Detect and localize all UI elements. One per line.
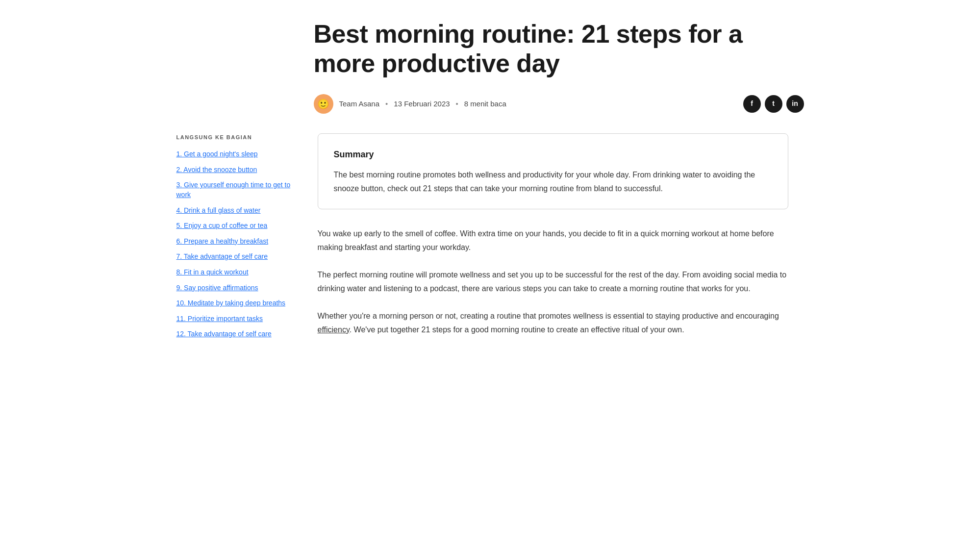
sidebar-link-9[interactable]: 9. Say positive affirmations [176, 283, 294, 293]
linkedin-share-button[interactable]: in [786, 95, 804, 113]
sidebar-item-12[interactable]: 12. Take advantage of self care [176, 329, 294, 339]
body-paragraph-1: You wake up early to the smell of coffee… [318, 227, 788, 254]
summary-title: Summary [334, 148, 772, 162]
summary-text: The best morning routine promotes both w… [334, 168, 772, 195]
sidebar-link-3[interactable]: 3. Give yourself enough time to get to w… [176, 180, 294, 199]
sidebar-item-2[interactable]: 2. Avoid the snooze button [176, 165, 294, 175]
sidebar-link-11[interactable]: 11. Prioritize important tasks [176, 314, 294, 324]
sidebar-item-10[interactable]: 10. Meditate by taking deep breaths [176, 299, 294, 308]
efficiency-link[interactable]: efficiency [318, 325, 350, 334]
sidebar-item-8[interactable]: 8. Fit in a quick workout [176, 268, 294, 277]
article-date: 13 Februari 2023 [394, 98, 450, 110]
author-avatar: 🙂 [314, 94, 333, 114]
author-name: Team Asana [339, 98, 380, 110]
sidebar-link-6[interactable]: 6. Prepare a healthy breakfast [176, 237, 294, 247]
social-share-group: f t in [743, 95, 804, 113]
sidebar-link-10[interactable]: 10. Meditate by taking deep breaths [176, 299, 294, 308]
sidebar-link-8[interactable]: 8. Fit in a quick workout [176, 268, 294, 277]
sidebar-label: LANGSUNG KE BAGIAN [176, 133, 294, 142]
main-content: Summary The best morning routine promote… [318, 133, 788, 350]
meta-separator-1: • [385, 98, 388, 110]
article-title: Best morning routine: 21 steps for a mor… [314, 20, 804, 78]
twitter-share-button[interactable]: t [765, 95, 782, 113]
sidebar-link-4[interactable]: 4. Drink a full glass of water [176, 206, 294, 216]
sidebar-nav: 1. Get a good night's sleep 2. Avoid the… [176, 149, 294, 339]
sidebar-item-1[interactable]: 1. Get a good night's sleep [176, 149, 294, 159]
twitter-icon: t [772, 98, 775, 109]
read-time: 8 menit baca [464, 98, 506, 110]
body-paragraph-2: The perfect morning routine will promote… [318, 268, 788, 296]
facebook-share-button[interactable]: f [743, 95, 761, 113]
sidebar-item-11[interactable]: 11. Prioritize important tasks [176, 314, 294, 324]
sidebar-link-5[interactable]: 5. Enjoy a cup of coffee or tea [176, 221, 294, 231]
linkedin-icon: in [792, 98, 798, 109]
sidebar-link-12[interactable]: 12. Take advantage of self care [176, 329, 294, 339]
meta-separator-2: • [456, 98, 458, 110]
sidebar-item-9[interactable]: 9. Say positive affirmations [176, 283, 294, 293]
avatar-emoji: 🙂 [317, 96, 329, 112]
summary-box: Summary The best morning routine promote… [318, 133, 788, 209]
sidebar-link-7[interactable]: 7. Take advantage of self care [176, 252, 294, 262]
sidebar-item-4[interactable]: 4. Drink a full glass of water [176, 206, 294, 216]
facebook-icon: f [751, 98, 753, 109]
sidebar-item-6[interactable]: 6. Prepare a healthy breakfast [176, 237, 294, 247]
sidebar-item-5[interactable]: 5. Enjoy a cup of coffee or tea [176, 221, 294, 231]
sidebar-item-3[interactable]: 3. Give yourself enough time to get to w… [176, 180, 294, 199]
sidebar: LANGSUNG KE BAGIAN 1. Get a good night's… [176, 133, 294, 345]
sidebar-link-2[interactable]: 2. Avoid the snooze button [176, 165, 294, 175]
body-paragraph-3: Whether you're a morning person or not, … [318, 309, 788, 337]
article-body: You wake up early to the smell of coffee… [318, 227, 788, 337]
sidebar-link-1[interactable]: 1. Get a good night's sleep [176, 149, 294, 159]
sidebar-item-7[interactable]: 7. Take advantage of self care [176, 252, 294, 262]
